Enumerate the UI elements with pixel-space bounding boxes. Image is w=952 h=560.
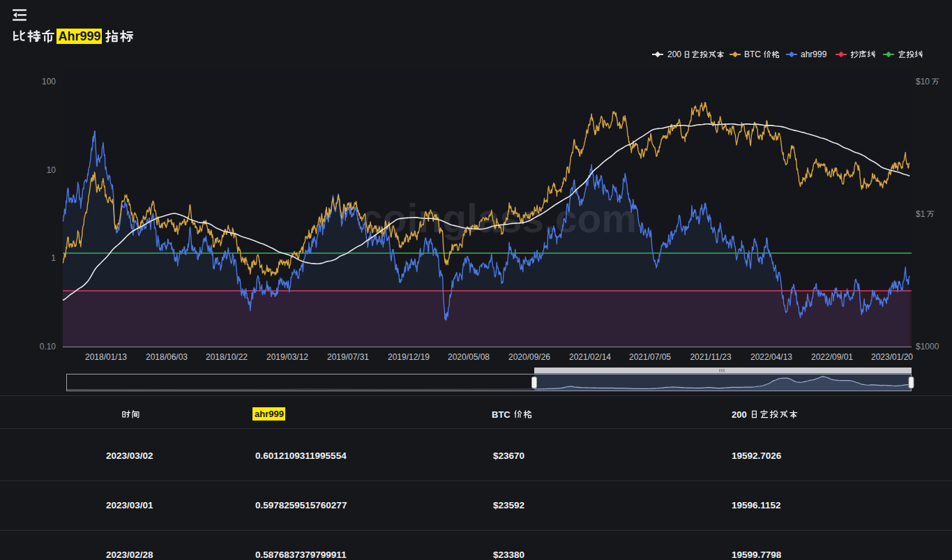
svg-text:2021/07/05: 2021/07/05	[629, 352, 671, 362]
svg-text:2019/07/31: 2019/07/31	[327, 352, 369, 362]
svg-text:2023/01/20: 2023/01/20	[871, 352, 913, 362]
svg-text:1: 1	[51, 253, 56, 263]
svg-text:0.6012109311995554: 0.6012109311995554	[255, 451, 347, 461]
svg-text:2020/05/08: 2020/05/08	[448, 352, 490, 362]
svg-text:200: 200	[667, 50, 681, 59]
svg-text:0.5876837379799911: 0.5876837379799911	[255, 550, 347, 560]
svg-text:2022/04/13: 2022/04/13	[750, 352, 792, 362]
svg-text:2019/03/12: 2019/03/12	[266, 352, 308, 362]
svg-text:ahr999: ahr999	[255, 409, 284, 419]
svg-text:2018/10/22: 2018/10/22	[206, 352, 248, 362]
svg-text:19599.7798: 19599.7798	[732, 550, 782, 560]
svg-text:BTC: BTC	[744, 50, 761, 59]
svg-text:100: 100	[42, 77, 56, 86]
svg-text:$10: $10	[916, 77, 930, 86]
svg-text:2018/01/13: 2018/01/13	[85, 352, 127, 362]
svg-text:BTC: BTC	[492, 409, 511, 420]
svg-text:2023/03/02: 2023/03/02	[106, 451, 153, 461]
svg-text:Ahr999: Ahr999	[59, 29, 101, 43]
svg-text:2018/06/03: 2018/06/03	[146, 352, 188, 362]
svg-text:2023/03/01: 2023/03/01	[106, 500, 153, 510]
svg-text:2021/02/14: 2021/02/14	[569, 352, 611, 362]
svg-text:2022/09/01: 2022/09/01	[811, 352, 853, 362]
svg-text:19596.1152: 19596.1152	[732, 500, 781, 510]
svg-text:2023/02/28: 2023/02/28	[106, 550, 153, 560]
svg-text:2019/12/19: 2019/12/19	[388, 352, 430, 362]
svg-text:$23670: $23670	[493, 451, 524, 461]
svg-text:$1: $1	[916, 209, 925, 219]
svg-text:0.5978259515760277: 0.5978259515760277	[255, 500, 347, 510]
svg-text:0.10: 0.10	[40, 342, 56, 351]
svg-text:$23592: $23592	[493, 500, 524, 510]
svg-text:19592.7026: 19592.7026	[732, 451, 782, 461]
svg-text:$1000: $1000	[916, 342, 939, 351]
svg-text:2020/09/26: 2020/09/26	[508, 352, 550, 362]
svg-text:200: 200	[732, 409, 747, 420]
svg-text:2021/11/23: 2021/11/23	[690, 352, 731, 362]
svg-text:ahr999: ahr999	[801, 50, 827, 59]
svg-text:$23380: $23380	[493, 550, 524, 560]
svg-text:10: 10	[47, 165, 56, 175]
